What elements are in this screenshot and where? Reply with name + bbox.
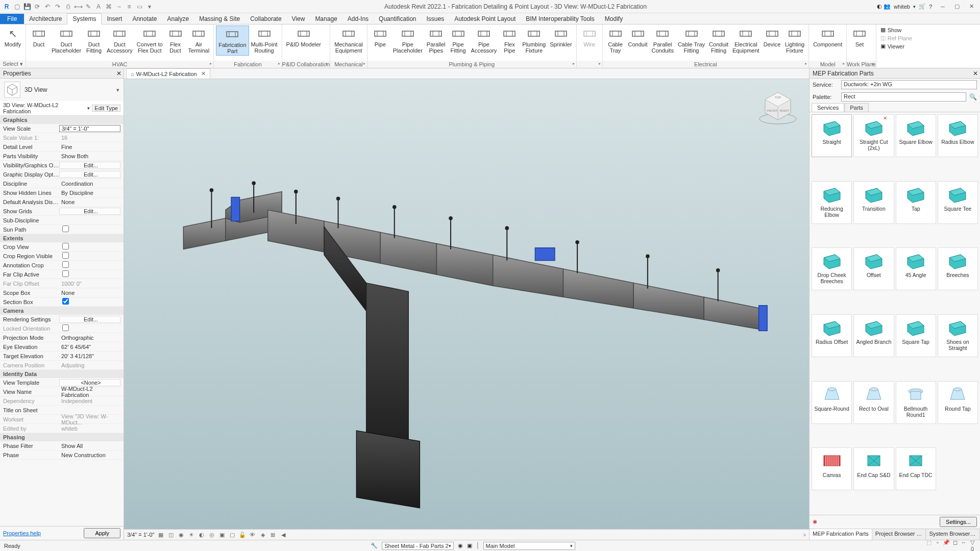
menu-tab-massingsite[interactable]: Massing & Site	[194, 14, 245, 24]
measure-icon[interactable]: ⟷	[74, 2, 83, 11]
group-label[interactable]: Mechanical▸	[330, 61, 367, 68]
close-icon[interactable]: ✕	[201, 70, 206, 77]
filter-icon[interactable]: ▽ 0	[969, 539, 976, 551]
settings-button[interactable]: Settings...	[940, 517, 977, 527]
unlock-icon[interactable]: 🔓	[238, 531, 247, 539]
prop-row[interactable]: Show Hidden LinesBy Discipline	[0, 188, 124, 197]
prop-row[interactable]: Edited bywhiteb	[0, 424, 124, 433]
view-tab[interactable]: ⌂ W-MDuct-L2 Fabrication ✕	[126, 68, 210, 79]
rendering-icon[interactable]: ◎	[208, 531, 216, 539]
prop-row[interactable]: Detail LevelFine	[0, 142, 124, 152]
prop-row[interactable]: Phase FilterShow All	[0, 441, 124, 450]
part-sqround[interactable]: Square-Round	[812, 381, 852, 424]
prop-row[interactable]: Annotation Crop	[0, 261, 124, 270]
prop-row[interactable]: Section Box	[0, 297, 124, 307]
constraints-icon[interactable]: ⊞	[269, 531, 277, 539]
comp-button[interactable]: Component	[811, 26, 844, 48]
menu-tab-architecture[interactable]: Architecture	[24, 14, 67, 24]
undo-icon[interactable]: ↶	[43, 2, 52, 11]
checkbox[interactable]	[62, 298, 69, 305]
prop-row[interactable]: WorksetView "3D View: W-MDuct...	[0, 415, 124, 424]
menu-tab-biminteroperabilitytools[interactable]: BIM Interoperability Tools	[521, 14, 600, 24]
ctray-button[interactable]: Cable Tray	[605, 26, 626, 55]
signin-icon[interactable]: ◐ 👥	[877, 3, 891, 10]
menu-tab-addins[interactable]: Add-Ins	[342, 14, 374, 24]
section-icon[interactable]: →	[114, 2, 124, 11]
visual-style-icon[interactable]: ◉	[177, 531, 185, 539]
duct-fit-button[interactable]: Duct Fitting	[83, 26, 105, 55]
group-label[interactable]: Electrical▸	[603, 61, 809, 68]
menu-tab-quantification[interactable]: Quantification	[374, 14, 421, 24]
service-select[interactable]: Ductwork: +2in WG	[841, 80, 977, 89]
prop-row[interactable]: View Scale3/4" = 1'-0"	[0, 124, 124, 133]
pipe-fit-button[interactable]: Pipe Fitting	[448, 26, 469, 55]
shadow-icon[interactable]: ◐	[198, 531, 206, 539]
menu-tab-manage[interactable]: Manage	[310, 14, 342, 24]
prop-row[interactable]: View NameW-MDuct-L2 Fabrication	[0, 387, 124, 396]
fab-button[interactable]: Fabrication Part	[216, 26, 249, 56]
part-bellmouth[interactable]: Bellmouth Round1	[896, 381, 936, 424]
part-sqtap[interactable]: Square Tap	[896, 314, 936, 357]
save-icon[interactable]: 💾	[22, 2, 32, 11]
checkbox[interactable]	[62, 261, 69, 268]
maximize-icon[interactable]: ▢	[950, 2, 964, 12]
part-tap[interactable]: Tap	[896, 181, 936, 224]
editable-only-icon[interactable]: ◉	[458, 542, 463, 549]
duct-acc-button[interactable]: Duct Accessory	[105, 26, 135, 55]
menu-tab-collaborate[interactable]: Collaborate	[245, 14, 286, 24]
prop-row[interactable]: Crop View	[0, 242, 124, 252]
checkbox[interactable]	[62, 252, 69, 259]
dimension-icon[interactable]: ✎	[84, 2, 93, 11]
prop-row[interactable]: PhaseNew Construction	[0, 450, 124, 460]
editonly-icon[interactable]: ▣	[467, 542, 472, 549]
prop-row[interactable]: Rendering SettingsEdit...	[0, 315, 124, 324]
menu-tab-issues[interactable]: Issues	[422, 14, 450, 24]
part-radelbow[interactable]: Radius Elbow	[938, 114, 978, 157]
checkbox[interactable]	[62, 226, 69, 232]
select-group-label[interactable]: Select ▾	[0, 60, 26, 68]
parts-tab[interactable]: Parts	[844, 103, 869, 112]
help-icon[interactable]: ?	[929, 4, 932, 10]
device-button[interactable]: Device	[762, 26, 783, 48]
prop-row[interactable]: Scope BoxNone	[0, 288, 124, 297]
thin-lines-icon[interactable]: ≡	[125, 2, 134, 11]
light-button[interactable]: Lighting Fixture	[783, 26, 807, 55]
select-face-icon[interactable]: ◻	[951, 539, 959, 551]
search-icon[interactable]: 🔍	[969, 93, 977, 101]
part-straight[interactable]: Straight	[812, 114, 852, 157]
palette-tab-mep[interactable]: MEP Fabrication Parts	[810, 529, 872, 540]
menu-tab-insert[interactable]: Insert	[102, 14, 127, 24]
close-icon[interactable]: ✕	[973, 70, 978, 77]
prop-row[interactable]: Default Analysis Display ...None	[0, 197, 124, 207]
flex-button[interactable]: Convert to Flex Duct	[135, 26, 165, 55]
prop-row[interactable]: Crop Region Visible	[0, 252, 124, 261]
mech-button[interactable]: Mechanical Equipment	[332, 26, 365, 55]
user-name[interactable]: whiteb	[894, 4, 910, 10]
part-angbranch[interactable]: Angled Branch	[853, 314, 894, 357]
drag-icon[interactable]: ↔	[960, 539, 967, 551]
palette-select[interactable]: Rect	[841, 92, 966, 102]
prop-row[interactable]: Far Clip Active	[0, 270, 124, 279]
print-icon[interactable]: ⎙	[63, 2, 72, 11]
prop-row[interactable]: Sun Path	[0, 225, 124, 234]
showcrop-icon[interactable]: ▢	[228, 531, 236, 539]
redo-icon[interactable]: ↷	[53, 2, 62, 11]
part-offset[interactable]: Offset	[853, 247, 894, 290]
part-rectoval[interactable]: Rect to Oval	[853, 381, 894, 424]
prop-row[interactable]: Sub-Discipline	[0, 216, 124, 225]
temphide-icon[interactable]: 👁	[249, 531, 257, 539]
part-redelbow[interactable]: Reducing Elbow	[812, 181, 852, 224]
group-label[interactable]: Model▸	[809, 61, 846, 68]
menu-tab-autodeskpointlayout[interactable]: Autodesk Point Layout	[449, 14, 521, 24]
group-label[interactable]: P&ID Collaboration▸	[282, 61, 330, 68]
checkbox[interactable]	[62, 324, 69, 331]
prop-row[interactable]: DependencyIndependent	[0, 396, 124, 406]
part-sqtee[interactable]: Square Tee	[938, 181, 978, 224]
switch-windows-icon[interactable]: ▾	[145, 2, 154, 11]
menu-tab-systems[interactable]: Systems	[67, 13, 102, 24]
default3d-icon[interactable]: ⌘	[104, 2, 113, 11]
menu-tab-analyze[interactable]: Analyze	[162, 14, 194, 24]
flex-duct-button[interactable]: Flex Duct	[165, 26, 186, 55]
close-icon[interactable]: ✕	[965, 2, 978, 12]
air-button[interactable]: Air Terminal	[186, 26, 212, 55]
